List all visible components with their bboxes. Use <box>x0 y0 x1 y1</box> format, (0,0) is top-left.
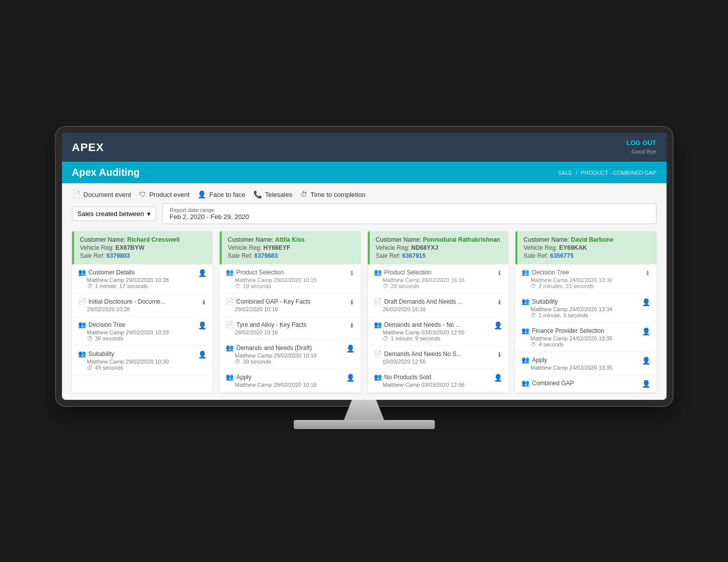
download-icon[interactable]: ⬇ <box>497 269 502 277</box>
breadcrumb: SALE / PRODUCT - COMBINED GAP <box>558 170 656 176</box>
vehicle-reg-2: Vehicle Reg: HY66EYF <box>228 244 355 251</box>
list-item: 📄 Draft Demands And Needs ... 26/02/2020… <box>368 294 509 317</box>
card-item-left: 👥 Decision Tree Matthew Camp 24/02/2020 … <box>521 268 642 289</box>
vehicle-reg-4: Vehicle Reg: EY69KAK <box>523 244 650 251</box>
combined-gap-key-facts-label: Combined GAP - Key Facts <box>236 298 310 305</box>
download-icon[interactable]: ⬇ <box>349 299 355 306</box>
breadcrumb-sale[interactable]: SALE <box>558 170 572 176</box>
breadcrumb-sep: / <box>576 170 579 176</box>
telesales-icon: 📞 <box>253 190 262 198</box>
card-item-meta: Matthew Camp 29/02/2020 10:29 ⏱ 30 secon… <box>78 329 195 341</box>
filter-telesales[interactable]: 📞 Telesales <box>253 190 292 198</box>
document-icon: 📄 <box>78 298 86 305</box>
card-item-title: 📄 Draft Demands And Needs ... <box>374 298 494 305</box>
app-logo: APEX <box>72 141 104 154</box>
card-item-left: 👥 Product Selection Matthew Camp 29/02/2… <box>226 268 346 289</box>
person-icon: 👤 <box>346 374 355 382</box>
card-item-right[interactable]: 👤 <box>642 356 650 365</box>
date-range-label: Report date range <box>170 207 649 213</box>
filter-face-to-face-label: Face to face <box>209 191 245 198</box>
dropdown-label: Sales created between <box>78 210 144 218</box>
card-item-right[interactable]: 👤 <box>642 379 650 388</box>
finance-provider-label: Finance Provider Selection <box>532 327 604 334</box>
card-item-right[interactable]: 👤 <box>198 350 207 359</box>
card-item-meta: Matthew Camp 29/02/2020 10:28 ⏱ 1 minute… <box>78 277 195 289</box>
card-item-right[interactable]: 👤 <box>198 321 207 330</box>
list-item: 👥 Apply Matthew Camp 29/02/2020 10:16 👤 <box>220 369 361 392</box>
card-item-left: 👥 Customer Details Matthew Camp 29/02/20… <box>78 268 195 289</box>
draft-demands-icon: 📄 <box>374 298 382 305</box>
card-item-right[interactable]: ⬇ <box>645 268 650 277</box>
cards-row: Customer Name: Richard Cresswell Vehicle… <box>72 231 656 393</box>
download-icon[interactable]: ⬇ <box>349 269 355 277</box>
card-item-title: 👥 Suitability <box>78 350 195 358</box>
card-item-right[interactable]: 👤 <box>346 344 355 353</box>
card-item-right[interactable]: ⬇ <box>349 298 355 307</box>
person-icon: 👤 <box>198 269 207 277</box>
card-item-right[interactable]: 👤 <box>642 298 650 307</box>
apply-label-4: Apply <box>532 357 547 364</box>
card-item-right[interactable]: 👤 <box>346 373 355 382</box>
card-item-right[interactable]: 👤 <box>642 327 650 336</box>
card-body-4: 👥 Decision Tree Matthew Camp 24/02/2020 … <box>515 264 656 393</box>
clock-icon: ⏱ <box>235 359 240 365</box>
card-item-right[interactable]: 👤 <box>494 373 502 382</box>
clock-icon: ⏱ <box>87 365 93 371</box>
download-icon[interactable]: ⬇ <box>497 351 502 359</box>
download-icon[interactable]: ⬇ <box>497 299 502 306</box>
card-item-right[interactable]: ⬇ <box>497 268 502 277</box>
filter-time-to-completion[interactable]: ⏱ Time to completion <box>300 190 365 198</box>
card-item-right[interactable]: 👤 <box>494 321 502 330</box>
card-item-right[interactable]: 👤 <box>198 268 207 277</box>
list-item: 👥 Finance Provider Selection Matthew Cam… <box>515 323 656 352</box>
card-item-meta: Matthew Camp 24/02/2020 13:32 ⏱ 2 minute… <box>521 277 642 289</box>
card-item-right[interactable]: ⬇ <box>349 268 355 277</box>
filter-product-event[interactable]: 🛡 Product event <box>139 190 189 198</box>
card-header-1: Customer Name: Richard Cresswell Vehicle… <box>72 231 213 264</box>
card-item-right[interactable]: ⬇ <box>497 350 502 359</box>
filter-face-to-face[interactable]: 👤 Face to face <box>197 190 245 198</box>
suitability-label-4: Suitability <box>532 298 558 305</box>
card-item-left: 👥 Apply Matthew Camp 24/02/2020 13:35 <box>521 356 639 371</box>
card-item-left: 📄 Combined GAP - Key Facts 29/02/2020 10… <box>226 298 346 312</box>
card-item-title: 👥 Suitability <box>521 298 639 305</box>
product-selection-label: Product Selection <box>236 269 284 276</box>
download-icon[interactable]: ⬇ <box>201 299 207 306</box>
download-icon[interactable]: ⬇ <box>349 322 355 329</box>
date-range-box: Report date range Feb 2, 2020 - Feb 29, … <box>162 203 656 224</box>
card-item-right[interactable]: ⬇ <box>497 298 502 307</box>
logo-text: APEX <box>72 141 104 154</box>
suitability-label: Suitability <box>89 350 114 358</box>
list-item: 👥 Apply Matthew Camp 24/02/2020 13:35 👤 <box>515 352 656 375</box>
download-icon[interactable]: ⬇ <box>645 269 650 277</box>
card-item-title: 👥 Combined GAP <box>521 379 639 387</box>
filter-time-to-completion-label: Time to completion <box>310 191 365 198</box>
customer-name-1: Customer Name: Richard Cresswell <box>80 236 207 243</box>
card-header-3: Customer Name: Ponnudurai Rathakrishnan … <box>368 231 509 264</box>
card-item-right[interactable]: ⬇ <box>201 298 207 307</box>
card-item-title: 📄 Tyre and Alloy - Key Facts <box>226 321 346 328</box>
clock-icon: ⏱ <box>383 335 388 341</box>
customer-name-value-2: Attila Kiss <box>275 236 305 243</box>
customer-name-value-1: Richard Cresswell <box>127 236 180 243</box>
sales-created-between-dropdown[interactable]: Sales created between ▾ <box>72 206 156 221</box>
card-david-barbone: Customer Name: David Barbone Vehicle Reg… <box>515 231 656 393</box>
logout-button[interactable]: LOG OUT <box>626 139 656 147</box>
list-item: 👥 Decision Tree Matthew Camp 24/02/2020 … <box>515 264 656 294</box>
person-icon: 👤 <box>494 321 502 329</box>
product-selection-icon: 👥 <box>374 268 382 276</box>
card-item-left: 👥 No Products Sold Matthew Camp 03/03/20… <box>374 373 491 388</box>
combined-gap-label-4: Combined GAP <box>532 380 574 387</box>
list-item: 👥 Demands and Needs - No ... Matthew Cam… <box>368 317 509 346</box>
card-item-meta: Matthew Camp 03/03/2020 12:55 ⏱ 1 minute… <box>374 329 491 341</box>
list-item: 📄 Combined GAP - Key Facts 29/02/2020 10… <box>220 294 361 317</box>
clock-icon: ⏱ <box>531 312 536 318</box>
card-item-right[interactable]: ⬇ <box>349 321 355 330</box>
draft-demands-label: Draft Demands And Needs ... <box>384 298 463 305</box>
customer-name-2: Customer Name: Attila Kiss <box>228 236 355 243</box>
customer-name-value-4: David Barbone <box>571 236 614 243</box>
filter-document-event[interactable]: 📄 Document event <box>72 190 131 198</box>
suitability-icon-4: 👥 <box>521 298 530 305</box>
content-area: 📄 Document event 🛡 Product event 👤 Face … <box>62 183 667 400</box>
card-header-4: Customer Name: David Barbone Vehicle Reg… <box>515 231 656 264</box>
